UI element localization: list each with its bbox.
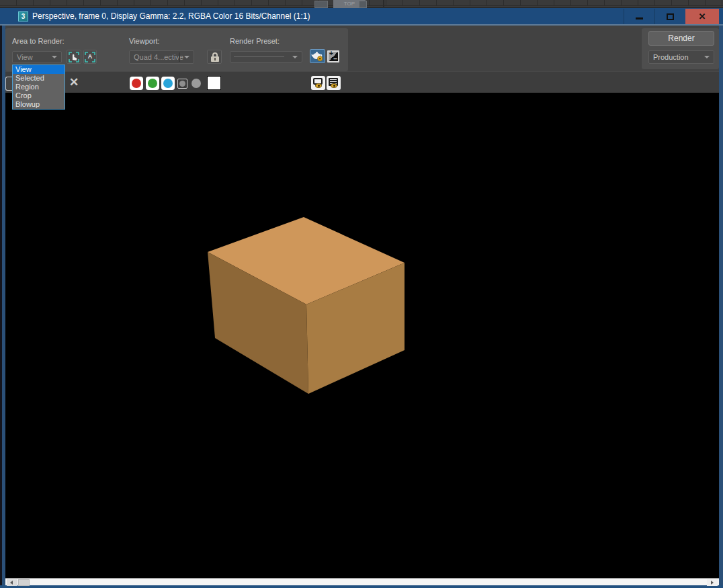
chevron-down-icon: [184, 56, 189, 58]
blue-channel-button[interactable]: [161, 77, 175, 90]
area-to-render-dropdown-list: View Selected Region Crop Blowup: [12, 65, 65, 110]
dropdown-option-crop[interactable]: Crop: [13, 91, 65, 100]
minimize-icon: [636, 17, 643, 19]
eye-icon: [331, 83, 337, 88]
display-gamma-button[interactable]: + −: [327, 50, 339, 62]
scroll-left-icon: [10, 581, 13, 585]
lock-viewport-button[interactable]: [207, 50, 222, 64]
window-border-bottom: [0, 585, 723, 588]
alpha-channel-button[interactable]: [192, 79, 201, 88]
rendered-box-image: [202, 212, 411, 401]
lock-icon-keyhole: [214, 58, 216, 60]
background-app-strip: TOP: [0, 0, 723, 8]
green-channel-button[interactable]: [146, 77, 159, 90]
scroll-right-icon: [711, 581, 714, 585]
toggle-ui-button[interactable]: [327, 76, 341, 90]
gamma-minus-icon: −: [333, 55, 337, 62]
chevron-down-icon: [704, 56, 710, 58]
maximize-button[interactable]: [654, 9, 685, 24]
window-border-right: [719, 26, 723, 588]
chevron-down-icon: [292, 56, 298, 58]
teapot-gear-icon: [310, 50, 325, 62]
window-title-bar[interactable]: 3 Perspective, frame 0, Display Gamma: 2…: [0, 8, 723, 26]
maximize-icon: [667, 13, 674, 20]
eye-pupil: [333, 85, 335, 87]
eye-icon: [315, 83, 322, 88]
area-to-render-select[interactable]: View: [12, 51, 62, 63]
dropdown-option-selected[interactable]: Selected: [13, 74, 65, 83]
render-mode-value: Production: [653, 53, 689, 61]
color-swatch[interactable]: [207, 76, 221, 90]
auto-region-letter: A: [84, 53, 96, 60]
rendered-image-canvas: [5, 93, 719, 578]
render-preset-label: Render Preset:: [230, 37, 280, 45]
viewport-value: Quad 4...ective: [134, 53, 183, 61]
select-separator: [179, 52, 180, 62]
red-channel-button[interactable]: [130, 77, 143, 90]
background-toolbar-fragment-icon: [359, 1, 367, 8]
area-to-render-label: Area to Render:: [12, 37, 65, 45]
horizontal-scrollbar[interactable]: [5, 578, 719, 585]
edit-region-icon: [68, 51, 80, 63]
close-button[interactable]: ✕: [685, 9, 719, 24]
gamma-plus-icon: +: [329, 50, 333, 57]
minimize-button[interactable]: [624, 9, 654, 24]
background-toolbar-fragment-icon: [314, 1, 328, 8]
chevron-down-icon: [52, 56, 57, 58]
blue-channel-icon: [163, 79, 173, 88]
3dsmax-app-icon: 3: [18, 11, 28, 22]
clear-button[interactable]: ✕: [66, 75, 82, 91]
empty-preset-line: [234, 56, 284, 57]
toggle-ui-overlays-button[interactable]: [311, 76, 325, 90]
window-title: Perspective, frame 0, Display Gamma: 2.2…: [32, 8, 310, 24]
dropdown-option-view[interactable]: View: [13, 65, 65, 74]
edit-region-button[interactable]: [67, 50, 81, 64]
monochrome-button[interactable]: [177, 79, 187, 89]
scroll-left-button[interactable]: [7, 579, 17, 586]
monochrome-icon: [179, 81, 185, 87]
dropdown-option-blowup[interactable]: Blowup: [13, 100, 65, 109]
dropdown-option-region[interactable]: Region: [13, 83, 65, 91]
auto-region-selected-button[interactable]: A: [83, 50, 97, 64]
eye-pupil: [318, 85, 320, 87]
render-preset-select[interactable]: [230, 51, 302, 62]
background-separator: [383, 0, 384, 8]
green-channel-icon: [148, 79, 157, 88]
render-button[interactable]: Render: [648, 31, 714, 46]
red-channel-icon: [132, 79, 141, 88]
render-mode-select[interactable]: Production: [648, 50, 714, 64]
display-toolbar: ✕ RGB Alpha: [5, 71, 719, 93]
area-to-render-value: View: [17, 53, 33, 61]
viewport-label: Viewport:: [129, 37, 160, 45]
viewport-select[interactable]: Quad 4...ective: [129, 50, 194, 64]
save-image-button-partial[interactable]: [5, 77, 12, 91]
rendered-frame-window: TOP 3 Perspective, frame 0, Display Gamm…: [0, 0, 723, 588]
render-setup-button[interactable]: [310, 49, 325, 63]
scroll-right-button[interactable]: [707, 579, 718, 586]
scrollbar-thumb[interactable]: [18, 579, 30, 586]
